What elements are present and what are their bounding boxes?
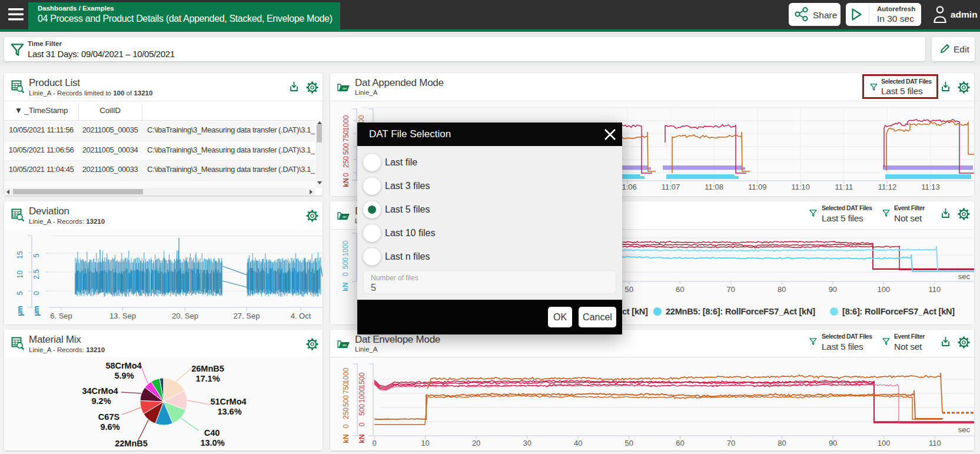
svg-text:27. Sep: 27. Sep: [234, 311, 260, 320]
svg-text:C40: C40: [204, 428, 220, 438]
svg-text:1000: 1000: [342, 367, 350, 383]
svg-text:10: 10: [16, 270, 24, 279]
svg-text:ct [kN]: ct [kN]: [622, 307, 648, 316]
svg-text:110: 110: [929, 439, 941, 448]
svg-text:17.1%: 17.1%: [195, 374, 220, 383]
svg-text:500: 500: [358, 404, 366, 416]
svg-text:11:08: 11:08: [705, 183, 723, 191]
svg-text:1000: 1000: [341, 240, 350, 256]
svg-text:6. Sep: 6. Sep: [50, 311, 72, 320]
svg-text:C67S: C67S: [98, 412, 120, 422]
svg-text:10: 10: [421, 439, 429, 448]
svg-text:kN: kN: [342, 178, 350, 187]
svg-text:100: 100: [878, 285, 891, 294]
svg-text:13.6%: 13.6%: [217, 407, 241, 416]
svg-text:sec: sec: [958, 425, 971, 434]
svg-text:11:07: 11:07: [662, 183, 680, 191]
svg-text:500: 500: [341, 257, 350, 269]
svg-text:9.6%: 9.6%: [100, 422, 119, 432]
svg-text:80: 80: [778, 285, 786, 294]
svg-text:.dat: .dat: [341, 87, 347, 90]
svg-text:11:10: 11:10: [791, 183, 810, 191]
svg-text:2.5: 2.5: [32, 269, 41, 279]
svg-text:1500: 1500: [358, 372, 366, 388]
svg-text:11:11: 11:11: [835, 183, 853, 191]
svg-text:11:13: 11:13: [921, 183, 940, 191]
svg-text:11:09: 11:09: [748, 183, 767, 191]
svg-text:1000: 1000: [358, 387, 366, 403]
svg-text:250: 250: [342, 156, 350, 168]
svg-text:µm: µm: [32, 306, 41, 316]
svg-text:34CrMo4: 34CrMo4: [82, 386, 118, 396]
svg-text:60: 60: [676, 285, 684, 294]
svg-text:26MnB5: 26MnB5: [191, 364, 224, 373]
svg-text:13. Sep: 13. Sep: [109, 311, 136, 320]
svg-text:sec: sec: [958, 272, 971, 281]
svg-text:10.6%: 10.6%: [120, 449, 144, 450]
svg-text:80: 80: [778, 439, 786, 448]
svg-text:60: 60: [676, 439, 684, 448]
svg-text:µm: µm: [16, 306, 24, 316]
svg-text:1000: 1000: [342, 115, 350, 131]
svg-text:58CrMo4: 58CrMo4: [105, 361, 141, 370]
svg-text:100: 100: [878, 439, 891, 448]
svg-text:90: 90: [829, 285, 837, 294]
svg-text:750: 750: [342, 130, 350, 142]
svg-text:40: 40: [574, 439, 582, 448]
svg-text:kN: kN: [358, 434, 366, 443]
svg-text:500: 500: [342, 143, 350, 155]
svg-text:90: 90: [829, 439, 837, 448]
svg-text:20: 20: [472, 439, 480, 448]
svg-text:30: 30: [523, 439, 531, 448]
svg-text:70: 70: [727, 285, 735, 294]
svg-text:110: 110: [929, 285, 941, 294]
svg-text:kN: kN: [341, 282, 350, 291]
svg-text:51CrMo4: 51CrMo4: [210, 397, 246, 406]
svg-text:0: 0: [358, 422, 366, 426]
svg-text:22MnB5: 22MnB5: [115, 439, 148, 448]
svg-text:11:12: 11:12: [878, 183, 897, 191]
svg-text:50: 50: [624, 285, 633, 294]
svg-text:50: 50: [625, 439, 633, 448]
svg-text:.dat: .dat: [341, 343, 347, 347]
svg-text:0: 0: [342, 173, 350, 177]
svg-text:[8:6]: RollForceFS7_Act [kN]: [8:6]: RollForceFS7_Act [kN]: [842, 307, 955, 316]
svg-text:9.2%: 9.2%: [91, 396, 111, 406]
svg-text:0: 0: [32, 291, 41, 295]
svg-text:0: 0: [341, 272, 350, 276]
svg-text:5: 5: [16, 291, 24, 295]
svg-text:.dat: .dat: [341, 215, 347, 218]
svg-text:13.0%: 13.0%: [200, 438, 224, 448]
svg-text:5.9%: 5.9%: [114, 371, 134, 380]
svg-text:0: 0: [372, 439, 376, 448]
svg-text:15: 15: [16, 251, 24, 259]
svg-text:22MnB5: [8:6]: RollForceFS7_Ac: 22MnB5: [8:6]: RollForceFS7_Act [kN]: [666, 307, 815, 316]
svg-text:4. Oct: 4. Oct: [291, 311, 311, 320]
svg-text:250: 250: [342, 407, 350, 419]
svg-text:70: 70: [727, 439, 735, 448]
svg-text:5: 5: [32, 253, 41, 257]
svg-text:20. Sep: 20. Sep: [172, 311, 198, 320]
svg-text:kN: kN: [342, 434, 350, 443]
svg-text:500: 500: [342, 395, 350, 407]
svg-text:0: 0: [342, 424, 350, 428]
svg-text:750: 750: [342, 382, 350, 394]
